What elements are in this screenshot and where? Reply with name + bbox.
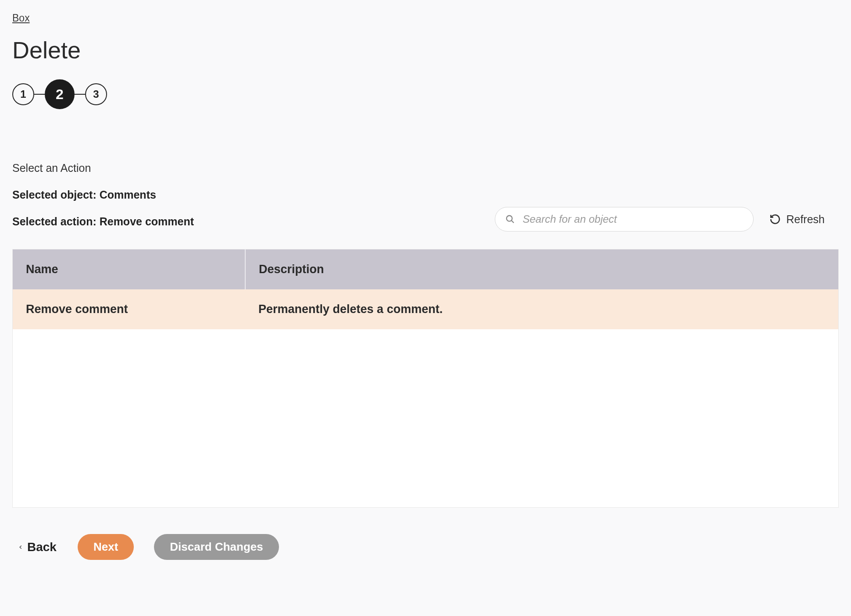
- page-title: Delete: [12, 36, 839, 64]
- breadcrumb-link[interactable]: Box: [12, 12, 30, 24]
- stepper: 1 2 3: [12, 79, 839, 109]
- selected-object-line: Selected object: Comments: [12, 189, 839, 201]
- svg-line-1: [511, 221, 514, 223]
- footer-button-group: Next Discard Changes: [78, 534, 279, 560]
- section-label: Select an Action: [12, 162, 839, 174]
- search-input[interactable]: [495, 207, 754, 231]
- step-1[interactable]: 1: [12, 83, 34, 105]
- svg-point-0: [507, 216, 512, 221]
- step-connector: [75, 94, 85, 95]
- step-3[interactable]: 3: [85, 83, 107, 105]
- column-header-description[interactable]: Description: [245, 249, 838, 289]
- cell-description: Permanently deletes a comment.: [245, 289, 838, 329]
- actions-table: Name Description Remove comment Permanen…: [13, 249, 838, 329]
- actions-table-container: Name Description Remove comment Permanen…: [12, 249, 839, 508]
- footer: Back Next Discard Changes: [12, 534, 839, 560]
- column-header-name[interactable]: Name: [13, 249, 245, 289]
- chevron-left-icon: [18, 544, 24, 550]
- search-icon: [505, 214, 515, 224]
- refresh-icon: [769, 214, 781, 225]
- refresh-button[interactable]: Refresh: [769, 213, 839, 226]
- step-2[interactable]: 2: [45, 79, 75, 109]
- discard-button[interactable]: Discard Changes: [154, 534, 279, 560]
- next-button[interactable]: Next: [78, 534, 134, 560]
- cell-name: Remove comment: [13, 289, 245, 329]
- back-button[interactable]: Back: [18, 540, 57, 554]
- search-wrap: [495, 207, 754, 231]
- back-label: Back: [27, 540, 57, 554]
- table-header-row: Name Description: [13, 249, 838, 289]
- table-row[interactable]: Remove comment Permanently deletes a com…: [13, 289, 838, 329]
- step-connector: [34, 94, 45, 95]
- refresh-label: Refresh: [786, 213, 825, 226]
